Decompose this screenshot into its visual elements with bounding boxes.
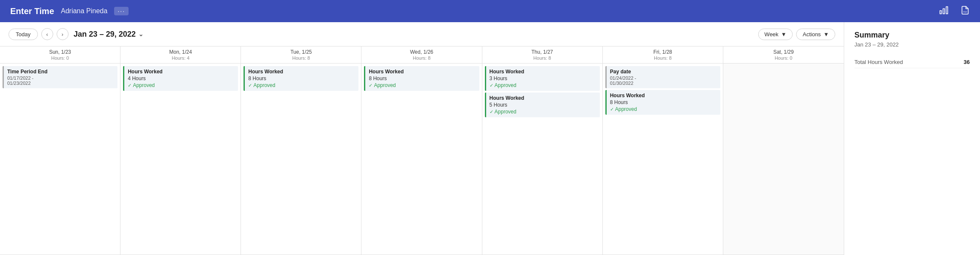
check-icon: ✓ bbox=[128, 83, 132, 88]
svg-rect-0 bbox=[946, 6, 948, 14]
day-header-0: Sun, 1/23 Hours: 0 bbox=[0, 46, 120, 63]
day-cell-2: Hours Worked 8 Hours ✓ Approved bbox=[241, 64, 361, 255]
header-user: Adriana Pineda bbox=[61, 7, 107, 15]
day-cells: Time Period End 01/17/2022 -01/23/2022 H… bbox=[0, 64, 844, 255]
prev-button[interactable]: ‹ bbox=[41, 28, 53, 40]
app-header: Enter Time Adriana Pineda ··· PDF bbox=[0, 0, 980, 22]
day-cell-1: Hours Worked 4 Hours ✓ Approved bbox=[120, 64, 241, 255]
today-button[interactable]: Today bbox=[9, 29, 38, 40]
day-header-2: Tue, 1/25 Hours: 8 bbox=[241, 46, 361, 63]
day-headers: Sun, 1/23 Hours: 0 Mon, 1/24 Hours: 4 Tu… bbox=[0, 46, 844, 64]
hours-card-2[interactable]: Hours Worked 8 Hours ✓ Approved bbox=[244, 66, 358, 91]
hours-card-1[interactable]: Hours Worked 4 Hours ✓ Approved bbox=[123, 66, 238, 91]
summary-title: Summary bbox=[854, 31, 970, 40]
calendar-section: Today ‹ › Jan 23 – 29, 2022 ⌄ Week ▼ Act… bbox=[0, 22, 844, 255]
toolbar: Today ‹ › Jan 23 – 29, 2022 ⌄ Week ▼ Act… bbox=[0, 22, 844, 46]
calendar-grid: Sun, 1/23 Hours: 0 Mon, 1/24 Hours: 4 Tu… bbox=[0, 46, 844, 255]
summary-date: Jan 23 – 29, 2022 bbox=[854, 41, 970, 48]
day-cell-3: Hours Worked 8 Hours ✓ Approved bbox=[361, 64, 482, 255]
chart-icon[interactable] bbox=[939, 6, 948, 17]
date-chevron-icon: ⌄ bbox=[138, 31, 143, 38]
check-icon: ✓ bbox=[490, 109, 493, 115]
total-hours-label: Total Hours Worked bbox=[854, 59, 903, 65]
day-header-1: Mon, 1/24 Hours: 4 bbox=[120, 46, 241, 63]
check-icon: ✓ bbox=[369, 83, 373, 88]
day-header-5: Fri, 1/28 Hours: 8 bbox=[603, 46, 723, 63]
pay-date-card[interactable]: Pay date 01/24/2022 -01/30/2022 bbox=[605, 66, 720, 88]
week-dropdown[interactable]: Week ▼ bbox=[758, 29, 793, 40]
check-icon: ✓ bbox=[490, 83, 493, 88]
total-hours-value: 36 bbox=[964, 59, 970, 65]
svg-rect-2 bbox=[940, 10, 942, 13]
day-header-6: Sat, 1/29 Hours: 0 bbox=[723, 46, 844, 63]
actions-dropdown[interactable]: Actions ▼ bbox=[796, 29, 835, 40]
check-icon: ✓ bbox=[248, 83, 252, 88]
time-period-card-0[interactable]: Time Period End 01/17/2022 -01/23/2022 bbox=[3, 66, 117, 88]
svg-rect-1 bbox=[943, 9, 945, 14]
hours-card-4a[interactable]: Hours Worked 3 Hours ✓ Approved bbox=[485, 66, 600, 91]
check-icon: ✓ bbox=[610, 107, 614, 112]
day-cell-5: Pay date 01/24/2022 -01/30/2022 Hours Wo… bbox=[603, 64, 723, 255]
pdf-icon[interactable]: PDF bbox=[960, 6, 970, 17]
next-button[interactable]: › bbox=[57, 28, 69, 40]
day-cell-0: Time Period End 01/17/2022 -01/23/2022 bbox=[0, 64, 120, 255]
hours-card-4b[interactable]: Hours Worked 5 Hours ✓ Approved bbox=[485, 93, 600, 117]
day-cell-6 bbox=[723, 64, 844, 255]
day-cell-4: Hours Worked 3 Hours ✓ Approved Hours Wo… bbox=[482, 64, 603, 255]
svg-text:PDF: PDF bbox=[963, 11, 967, 13]
week-chevron-icon: ▼ bbox=[781, 31, 787, 38]
header-more-button[interactable]: ··· bbox=[114, 7, 129, 15]
date-range[interactable]: Jan 23 – 29, 2022 ⌄ bbox=[74, 30, 143, 39]
main-layout: Today ‹ › Jan 23 – 29, 2022 ⌄ Week ▼ Act… bbox=[0, 22, 980, 255]
hours-card-5[interactable]: Hours Worked 8 Hours ✓ Approved bbox=[605, 90, 720, 115]
actions-chevron-icon: ▼ bbox=[823, 31, 829, 38]
summary-section: Summary Jan 23 – 29, 2022 Total Hours Wo… bbox=[844, 22, 980, 255]
app-title: Enter Time bbox=[10, 6, 54, 16]
hours-card-3[interactable]: Hours Worked 8 Hours ✓ Approved bbox=[364, 66, 479, 91]
day-header-4: Thu, 1/27 Hours: 8 bbox=[482, 46, 603, 63]
summary-row-total: Total Hours Worked 36 bbox=[854, 56, 970, 68]
day-header-3: Wed, 1/26 Hours: 8 bbox=[361, 46, 482, 63]
